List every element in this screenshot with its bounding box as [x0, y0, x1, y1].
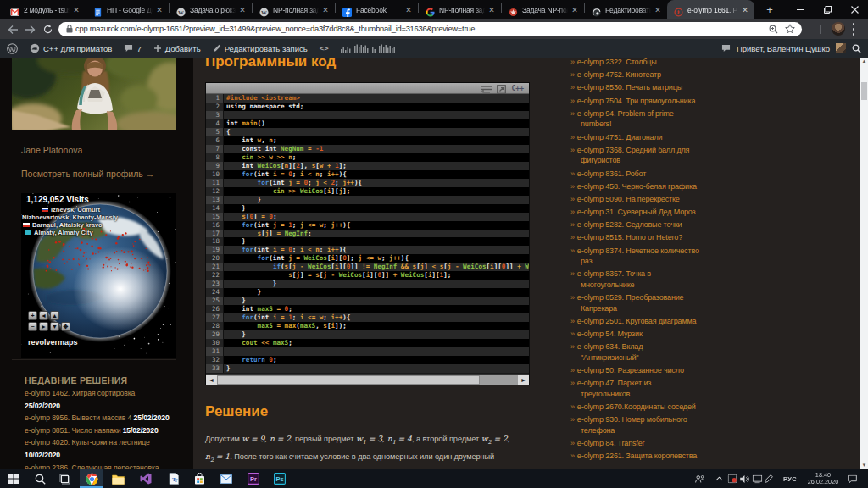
page-scrollbar[interactable]: ▲ ▼ [860, 58, 868, 469]
recent-solution-item[interactable]: e-olymp 8851. Число навпаки 15/02/2020 [25, 424, 170, 437]
recent-post-link[interactable]: »e-olymp 2670.Координаты соседей [570, 402, 699, 413]
recent-post-link[interactable]: »e-olymp 4751. Диагонали [570, 132, 699, 143]
map-control-button[interactable]: − [28, 322, 37, 331]
recent-post-link[interactable]: »e-olymp 54. Мурзик [570, 329, 699, 340]
browser-tab[interactable]: WЗадача о рюкза✕ [170, 0, 252, 19]
visual-studio-icon[interactable] [139, 472, 153, 485]
tab-close-icon[interactable]: ✕ [72, 6, 81, 14]
recent-post-link[interactable]: »e-olymp 2261. Защита королевства [570, 451, 699, 462]
recent-post-link[interactable]: »e-olymp 31. Суеверный Дед Мороз [570, 207, 699, 218]
recent-post-link[interactable]: »e-olymp 8361. Робот [570, 169, 699, 180]
recent-post-link[interactable]: »e-olymp 84. Transfer [570, 438, 699, 449]
comments-menu[interactable]: 7 [124, 44, 141, 53]
recent-post-link[interactable]: »e-olymp 7504. Три прямоугольника [570, 96, 699, 107]
browser-tab[interactable]: Задача NP-пол✕ [502, 0, 584, 19]
wp-logo-menu[interactable] [7, 43, 18, 54]
word-document-icon[interactable]: TT [167, 472, 181, 485]
map-control-button[interactable]: + [28, 311, 37, 320]
people-icon[interactable] [693, 469, 706, 488]
browser-menu-button[interactable] [852, 23, 855, 36]
pen-icon[interactable] [762, 469, 776, 488]
browser-tab[interactable]: НП - Google До✕ [86, 0, 169, 19]
browser-tab-active[interactable]: e-olymp 1661. P✕ [667, 0, 754, 19]
taskbar-search-icon[interactable] [33, 472, 47, 485]
bookmark-star-icon[interactable] [785, 24, 795, 34]
recent-post-link[interactable]: »e-olymp 50. Разрезанное число [570, 365, 699, 376]
recent-post-link[interactable]: »e-olymp 5282. Седловые точки [570, 219, 699, 230]
profile-link[interactable]: Посмотреть полный профиль → [21, 169, 154, 179]
map-control-button[interactable]: ► [39, 322, 48, 331]
recent-post-link[interactable]: »e-olymp 8530. Печать матрицы [570, 82, 699, 93]
recent-post-link[interactable]: »e-olymp 458. Черно-белая графика [570, 181, 699, 192]
premiere-pro-icon[interactable]: Pr [247, 472, 260, 485]
browser-tab[interactable]: 2 модуль - tsush✕ [3, 0, 86, 19]
tab-close-icon[interactable]: ✕ [741, 6, 749, 14]
new-tab-button[interactable]: + [761, 3, 778, 19]
page-scrollbar-thumb[interactable] [861, 82, 867, 100]
recent-post-link[interactable]: »e-olymp 8529. Преобразование Капрекара [570, 292, 699, 313]
recent-solution-item[interactable]: e-olymp 4020. Культ-орки на лестнице 10/… [25, 436, 170, 461]
recent-post-link[interactable]: »e-olymp 47. Паркет из треугольников [570, 378, 699, 399]
recent-post-link[interactable]: »e-olymp 5090. На перекрёстке [570, 194, 699, 205]
browser-tab[interactable]: NP-полная зада✕ [419, 0, 501, 19]
tab-close-icon[interactable]: ✕ [487, 6, 496, 14]
scrollbar-track[interactable] [480, 375, 518, 385]
site-menu[interactable]: C++ для приматов [30, 43, 112, 53]
browser-tab[interactable]: WNP-полная зада✕ [253, 0, 335, 19]
map-control-button[interactable]: ▼ [50, 322, 59, 331]
recent-solution-item[interactable]: e-olymp 2386. Следующая перестановка [25, 462, 170, 469]
taskbar-clock[interactable]: 18:40 26.02.2020 [805, 469, 841, 488]
window-close-button[interactable] [841, 0, 868, 19]
forward-button[interactable] [23, 22, 37, 36]
visitor-map-widget[interactable]: 1,129,052 Visits Izhevsk, UdmurtNizhneva… [21, 193, 176, 358]
recent-post-link[interactable]: »e-olymp 634. Вклад "Антикризисный" [570, 341, 699, 363]
language-indicator[interactable]: РУС [779, 469, 801, 488]
user-avatar[interactable] [836, 43, 846, 53]
recent-solution-item[interactable]: e-olymp 8956. Вывести массив 4 25/02/202… [25, 412, 170, 424]
reload-button[interactable] [41, 22, 55, 36]
recent-solution-link[interactable]: e-olymp 8956. Вывести массив 4 [25, 413, 131, 422]
recent-post-link[interactable]: »e-olymp 8515. Homo or Hetero? [570, 232, 699, 243]
browser-tab[interactable]: Редактировать✕ [585, 0, 667, 19]
recent-post-link[interactable]: »e-olymp 930. Номер мобильного телефона [570, 414, 699, 435]
tab-close-icon[interactable]: ✕ [321, 6, 330, 14]
scroll-left-arrow-icon[interactable]: ◄ [206, 375, 217, 385]
scroll-down-arrow-icon[interactable]: ▼ [860, 462, 868, 469]
code-horizontal-scrollbar[interactable]: ◄ ► [206, 374, 529, 385]
tab-close-icon[interactable]: ✕ [404, 6, 413, 14]
action-center-icon[interactable] [843, 469, 860, 488]
mail-icon[interactable] [220, 472, 233, 485]
file-explorer-icon[interactable] [111, 472, 125, 485]
recent-post-link[interactable]: »e-olymp 4752. Кинотеатр [570, 69, 699, 80]
task-view-icon[interactable] [58, 472, 71, 485]
window-maximize-button[interactable] [814, 0, 841, 19]
recent-solution-item[interactable]: e-olymp 1462. Хитрая сортировка 25/02/20… [25, 387, 170, 412]
map-control-button[interactable]: ◄ [39, 311, 48, 320]
scrollbar-thumb[interactable] [217, 375, 480, 385]
recent-solution-link[interactable]: e-olymp 1462. Хитрая сортировка [25, 389, 135, 397]
map-control-button[interactable]: ▲ [50, 311, 59, 320]
back-button[interactable] [5, 22, 19, 36]
recent-solution-link[interactable]: e-olymp 4020. Культ-орки на лестнице [25, 438, 150, 446]
recent-post-link[interactable]: »e-olymp 94. Problem of prime numbers! [570, 108, 699, 130]
recent-solution-link[interactable]: e-olymp 2386. Следующая перестановка [25, 463, 159, 469]
address-bar[interactable]: cpp.mazurok.com/e-olymp-1661/?preview_id… [58, 22, 802, 36]
recent-post-link[interactable]: »e-olymp 2501. Круговая диаграмма [570, 316, 699, 327]
new-content-menu[interactable]: Добавить [153, 44, 201, 53]
start-button[interactable] [7, 472, 20, 485]
recent-post-link[interactable]: »e-olymp 2322. Столбцы [570, 58, 699, 68]
photoshop-icon[interactable]: Ps [273, 472, 287, 485]
edit-post-menu[interactable]: Редактировать запись [213, 44, 308, 53]
tab-close-icon[interactable]: ✕ [238, 6, 247, 14]
map-control-button[interactable]: ✥ [61, 322, 70, 331]
tab-close-icon[interactable]: ✕ [155, 6, 164, 14]
notification-bubble-icon[interactable] [721, 44, 731, 53]
tray-chevron-icon[interactable] [712, 469, 726, 488]
scroll-right-arrow-icon[interactable]: ► [518, 375, 529, 385]
open-popup-icon[interactable] [497, 85, 506, 94]
taskbar-chrome-icon[interactable] [85, 472, 98, 485]
recent-post-link[interactable]: »e-olymp 8357. Точка в многоугольнике [570, 269, 699, 290]
window-minimize-button[interactable] [787, 0, 814, 19]
recent-post-link[interactable]: »e-olymp 8374. Нечетное количество раз [570, 246, 699, 267]
browser-tab[interactable]: Facebook✕ [336, 0, 418, 19]
